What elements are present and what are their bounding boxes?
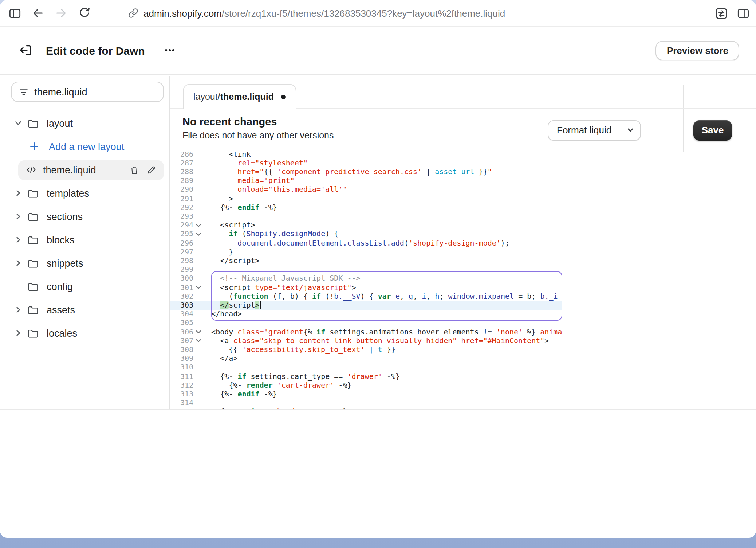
file-sidebar: layout Add a new layout theme.liquid tem…	[0, 75, 169, 408]
code-line[interactable]: 288 href="{{ 'component-predictive-searc…	[169, 168, 756, 176]
sidebar-item-locales[interactable]: locales	[0, 321, 169, 345]
preview-store-button[interactable]: Preview store	[656, 41, 739, 60]
add-new-layout-link[interactable]: Add a new layout	[0, 135, 169, 158]
exit-icon[interactable]	[17, 43, 34, 59]
code-line[interactable]: 310	[169, 363, 756, 372]
sidebar-item-assets[interactable]: assets	[0, 298, 169, 321]
code-line[interactable]: 297 }	[169, 247, 756, 256]
line-number: 292	[169, 203, 193, 212]
file-filter-box[interactable]	[11, 82, 164, 102]
edit-file-icon[interactable]	[144, 163, 158, 177]
code-line[interactable]: 304 </head>	[169, 310, 756, 318]
fold-chevron-icon[interactable]	[195, 222, 201, 228]
chevron-right-icon[interactable]	[10, 235, 26, 244]
format-liquid-button[interactable]: Format liquid	[547, 120, 641, 140]
sidebar-item-label: templates	[47, 188, 89, 199]
chevron-right-icon[interactable]	[10, 212, 26, 221]
line-number: 296	[169, 239, 193, 247]
code-line[interactable]: 313 {%- endif -%}	[169, 390, 756, 399]
code-line[interactable]: 290 onload="this.media='all'"	[169, 185, 756, 194]
tab-file-name: theme.liquid	[220, 91, 274, 102]
sidebar-item-label: locales	[47, 328, 77, 338]
sidebar-item-snippets[interactable]: snippets	[0, 251, 169, 275]
code-line[interactable]: 307 <a class="skip-to-content-link butto…	[169, 336, 756, 345]
extensions-icon[interactable]	[712, 4, 730, 22]
code-line[interactable]: 309 </a>	[169, 354, 756, 363]
code-line[interactable]: 306 <body class="gradient{% if settings.…	[169, 328, 756, 336]
sidebar-item-layout[interactable]: layout	[0, 111, 169, 135]
line-number: 309	[169, 354, 193, 363]
code-text: {%- if settings.cart_type == 'drawer' -%…	[202, 372, 400, 381]
file-filter-input[interactable]	[34, 86, 156, 97]
app-header: Edit code for Dawn Preview store	[0, 27, 756, 75]
code-line[interactable]: 301 <script type="text/javascript">	[169, 283, 756, 292]
code-text: <script type="text/javascript">	[202, 283, 356, 292]
code-line[interactable]: 291 >	[169, 194, 756, 203]
line-number: 300	[169, 274, 193, 283]
address-bar[interactable]: admin.shopify.com/store/rzq1xu-f5/themes…	[128, 8, 505, 19]
fold-chevron-icon[interactable]	[195, 231, 201, 238]
sidebar-toggle-icon[interactable]	[6, 4, 23, 22]
folder-icon	[26, 187, 39, 199]
sidebar-item-sections[interactable]: sections	[0, 205, 169, 228]
line-number: 313	[169, 390, 193, 399]
line-number: 303	[169, 301, 193, 310]
code-line[interactable]: 314	[169, 399, 756, 407]
sidebar-item-blocks[interactable]: blocks	[0, 228, 169, 251]
code-text: onload="this.media='all'"	[202, 185, 347, 194]
code-line[interactable]: 292 {%- endif -%}	[169, 203, 756, 212]
code-line[interactable]: 305	[169, 319, 756, 328]
folder-icon	[26, 234, 39, 246]
reload-icon[interactable]	[76, 4, 93, 22]
page-title: Edit code for Dawn	[46, 44, 145, 57]
save-button[interactable]: Save	[693, 120, 732, 140]
back-icon[interactable]	[29, 4, 47, 22]
fold-chevron-icon[interactable]	[195, 284, 201, 291]
code-line[interactable]: 308 {{ 'accessibility.skip_to_text' | t …	[169, 345, 756, 354]
chevron-right-icon[interactable]	[10, 189, 26, 197]
chevron-down-icon[interactable]	[10, 119, 26, 128]
sidebar-item-theme-liquid[interactable]: theme.liquid	[18, 160, 164, 180]
line-number: 294	[169, 221, 193, 230]
line-number: 312	[169, 381, 193, 390]
delete-file-icon[interactable]	[127, 163, 142, 177]
more-actions-icon[interactable]	[161, 43, 178, 58]
code-line[interactable]: 312 {%- render 'cart-drawer' -%}	[169, 381, 756, 390]
code-line[interactable]: 289 media="print"	[169, 176, 756, 185]
code-line[interactable]: 286 <link	[169, 152, 756, 158]
code-text: {%- render 'cart-drawer' -%}	[202, 381, 352, 390]
code-line[interactable]: 287 rel="stylesheet"	[169, 158, 756, 167]
chevron-right-icon[interactable]	[10, 259, 26, 267]
sidebar-item-templates[interactable]: templates	[0, 181, 169, 205]
code-line[interactable]: 294 <script>	[169, 221, 756, 230]
line-number: 289	[169, 176, 193, 185]
sidebar-item-config[interactable]: config	[0, 275, 169, 298]
code-editor-card: layout Add a new layout theme.liquid tem…	[0, 75, 756, 409]
code-line[interactable]: 311 {%- if settings.cart_type == 'drawer…	[169, 372, 756, 381]
code-line[interactable]: 303 </script>	[169, 301, 756, 310]
code-line[interactable]: 299	[169, 265, 756, 274]
code-line[interactable]: 300 <!-- Mixpanel Javascript SDK -->	[169, 274, 756, 283]
forward-icon[interactable]	[52, 4, 70, 22]
fold-chevron-icon[interactable]	[195, 329, 201, 335]
chevron-right-icon[interactable]	[10, 305, 26, 314]
url-text: admin.shopify.com/store/rzq1xu-f5/themes…	[143, 8, 505, 19]
browser-chrome: admin.shopify.com/store/rzq1xu-f5/themes…	[0, 0, 756, 27]
code-line[interactable]: 315 {% sections 'header-group' %}	[169, 408, 756, 408]
sidebar-item-label: blocks	[47, 234, 75, 245]
split-view-icon[interactable]	[734, 4, 752, 22]
code-line[interactable]: 298 </script>	[169, 257, 756, 265]
code-editor[interactable]: 286 <link287 rel="stylesheet"288 href="{…	[169, 152, 756, 408]
code-text: </a>	[202, 354, 237, 363]
code-line[interactable]: 293	[169, 212, 756, 221]
line-number: 310	[169, 363, 193, 372]
tab-theme-liquid[interactable]: layout/theme.liquid	[182, 83, 296, 109]
code-line[interactable]: 302 (function (f, b) { if (!b.__SV) { va…	[169, 292, 756, 301]
sidebar-item-label: config	[47, 281, 73, 292]
code-line[interactable]: 295 if (Shopify.designMode) {	[169, 230, 756, 239]
chevron-down-icon[interactable]	[620, 121, 640, 140]
code-line[interactable]: 296 document.documentElement.classList.a…	[169, 239, 756, 247]
chevron-right-icon[interactable]	[10, 329, 26, 337]
fold-chevron-icon[interactable]	[195, 337, 201, 344]
line-number: 305	[169, 319, 193, 328]
